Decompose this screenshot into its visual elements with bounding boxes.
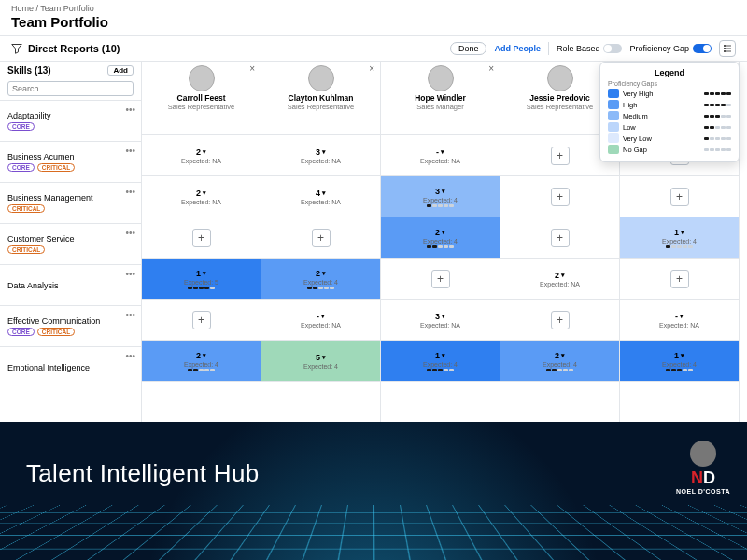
checklist-icon[interactable] <box>719 40 736 57</box>
skill-row[interactable]: Effective CommunicationCORECRITICAL••• <box>0 305 141 346</box>
matrix-cell[interactable]: 3 ▾Expected: 4 <box>381 175 500 217</box>
add-rating-button[interactable]: + <box>551 229 570 247</box>
close-icon[interactable]: × <box>369 63 374 74</box>
legend-label: No Gap <box>623 146 647 154</box>
expected-label: Expected: NA <box>301 158 341 164</box>
matrix-cell[interactable]: 1 ▾Expected: 4 <box>620 217 739 258</box>
matrix-cell[interactable]: + <box>500 299 619 340</box>
rating-value[interactable]: 4 ▾ <box>316 189 326 198</box>
skill-row[interactable]: Business AcumenCORECRITICAL••• <box>0 141 141 182</box>
matrix-cell[interactable]: + <box>620 258 739 299</box>
matrix-cell[interactable]: 2 ▾Expected: 4 <box>142 340 261 381</box>
breadcrumb[interactable]: Home / Team Portfolio <box>11 4 736 13</box>
person-column: ×Clayton KuhlmanSales Representative3 ▾E… <box>261 62 381 422</box>
matrix-cell[interactable]: + <box>142 299 261 340</box>
matrix-cell <box>620 381 739 422</box>
add-rating-button[interactable]: + <box>192 311 211 329</box>
add-rating-button[interactable]: + <box>192 229 211 247</box>
matrix-cell[interactable]: + <box>620 175 739 217</box>
rating-value[interactable]: 2 ▾ <box>555 271 565 280</box>
add-rating-button[interactable]: + <box>670 270 689 288</box>
rating-value[interactable]: 1 ▾ <box>674 228 684 237</box>
avatar <box>690 441 716 467</box>
skill-row[interactable]: Customer ServiceCRITICAL••• <box>0 223 141 264</box>
matrix-cell[interactable]: + <box>261 217 380 258</box>
avatar[interactable] <box>428 65 454 91</box>
matrix-cell[interactable]: - ▾Expected: NA <box>261 299 380 340</box>
legend-row: Low <box>608 122 731 132</box>
skill-row[interactable]: Business ManagementCRITICAL••• <box>0 182 141 223</box>
rating-value[interactable]: 3 ▾ <box>435 312 445 321</box>
matrix-cell[interactable]: 3 ▾Expected: NA <box>261 134 380 175</box>
rating-value[interactable]: - ▾ <box>317 312 325 321</box>
matrix-cell[interactable]: 4 ▾Expected: NA <box>261 175 380 217</box>
add-rating-button[interactable]: + <box>431 270 450 288</box>
rating-value[interactable]: 3 ▾ <box>435 187 445 196</box>
add-rating-button[interactable]: + <box>551 188 570 206</box>
search-input[interactable] <box>7 81 134 96</box>
matrix-cell[interactable]: 2 ▾Expected: 4 <box>261 258 380 299</box>
skill-name: Adaptability <box>7 111 134 120</box>
legend-label: High <box>623 101 637 109</box>
rating-value[interactable]: 5 ▾ <box>316 353 326 362</box>
rating-value[interactable]: 2 ▾ <box>196 189 206 198</box>
matrix-cell[interactable]: 2 ▾Expected: NA <box>142 134 261 175</box>
add-rating-button[interactable]: + <box>670 188 689 206</box>
filter-icon[interactable] <box>11 43 22 54</box>
matrix-cell[interactable]: 3 ▾Expected: NA <box>381 299 500 340</box>
matrix-cell[interactable]: 2 ▾Expected: NA <box>500 258 619 299</box>
legend-dots <box>704 104 731 106</box>
add-rating-button[interactable]: + <box>312 229 331 247</box>
skill-row[interactable]: AdaptabilityCORE••• <box>0 100 141 141</box>
rating-value[interactable]: - ▾ <box>436 147 444 157</box>
avatar[interactable] <box>308 65 334 91</box>
more-icon[interactable]: ••• <box>125 310 135 320</box>
rating-value[interactable]: 2 ▾ <box>196 147 206 157</box>
skill-row[interactable]: Emotional Intelligence••• <box>0 346 141 387</box>
matrix-cell[interactable]: 5 ▾Expected: 4 <box>261 340 380 381</box>
avatar[interactable] <box>189 65 215 91</box>
add-rating-button[interactable]: + <box>551 311 570 329</box>
matrix-cell[interactable]: 1 ▾Expected: 4 <box>381 340 500 381</box>
close-icon[interactable]: × <box>249 63 255 74</box>
matrix-cell[interactable]: 2 ▾Expected: 4 <box>500 340 619 381</box>
matrix-cell[interactable]: 1 ▾Expected: 4 <box>620 340 739 381</box>
rating-value[interactable]: 1 ▾ <box>674 351 684 360</box>
rating-value[interactable]: 2 ▾ <box>316 269 326 278</box>
matrix-cell[interactable]: + <box>142 217 261 258</box>
matrix-cell[interactable]: + <box>381 258 500 299</box>
legend-dots <box>704 148 731 151</box>
rating-value[interactable]: 1 ▾ <box>435 351 445 360</box>
more-icon[interactable]: ••• <box>125 146 135 156</box>
rating-value[interactable]: 2 ▾ <box>435 228 445 237</box>
rating-value[interactable]: 2 ▾ <box>555 351 565 360</box>
more-icon[interactable]: ••• <box>125 351 135 361</box>
more-icon[interactable]: ••• <box>125 187 135 197</box>
add-rating-button[interactable]: + <box>551 147 570 165</box>
svg-rect-3 <box>726 49 731 49</box>
role-based-toggle[interactable]: Role Based <box>557 44 623 53</box>
rating-value[interactable]: 2 ▾ <box>196 351 206 360</box>
rating-value[interactable]: 1 ▾ <box>196 269 206 278</box>
matrix-cell[interactable]: 2 ▾Expected: NA <box>142 175 261 217</box>
matrix-cell[interactable]: + <box>500 175 619 217</box>
more-icon[interactable]: ••• <box>125 105 135 115</box>
avatar[interactable] <box>547 65 573 91</box>
legend-swatch <box>608 100 619 109</box>
more-icon[interactable]: ••• <box>125 228 135 238</box>
matrix-cell[interactable]: - ▾Expected: NA <box>381 134 500 175</box>
rating-value[interactable]: - ▾ <box>675 312 684 321</box>
done-button[interactable]: Done <box>450 42 487 55</box>
matrix-cell[interactable]: + <box>500 217 619 258</box>
matrix-cell[interactable]: 1 ▾Expected: 5 <box>142 258 261 299</box>
proficiency-gap-toggle[interactable]: Proficiency Gap <box>629 44 712 53</box>
add-skill-button[interactable]: Add <box>107 65 134 76</box>
more-icon[interactable]: ••• <box>125 269 135 279</box>
rating-value[interactable]: 3 ▾ <box>316 147 326 157</box>
matrix-cell[interactable]: - ▾Expected: NA <box>620 299 739 340</box>
add-people-button[interactable]: Add People <box>494 44 541 53</box>
matrix-cell[interactable]: 2 ▾Expected: 4 <box>381 217 500 258</box>
close-icon[interactable]: × <box>488 63 494 74</box>
proficiency-gap-label: Proficiency Gap <box>629 44 689 53</box>
skill-row[interactable]: Data Analysis••• <box>0 264 141 305</box>
